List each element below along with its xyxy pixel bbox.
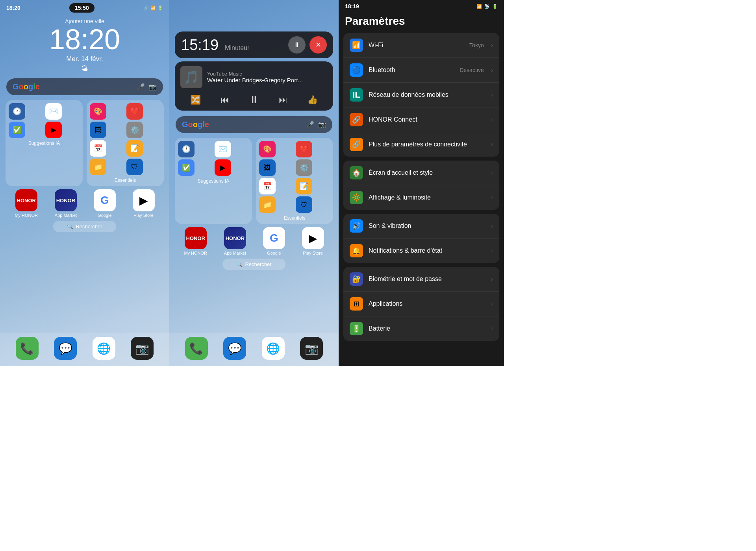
next-button[interactable]: ⏭ [279,95,287,105]
play-store-icon: ▶ [133,189,155,211]
search-pill-icon-mid: 🔍 [236,261,243,267]
middle-folder-suggestions[interactable]: 🕐 ✉️ ✅ ▶ Suggestions IA [175,138,252,224]
google-logo: Google [13,82,40,91]
wifi-icon: 🔗 [143,6,149,11]
middle-search-bar[interactable]: Google 🎤 📷 [176,116,332,133]
mid-folder2-label: Essentiels [259,215,330,221]
left-clock-area: Ajouter une ville 18:20 Mer. 14 févr. 🌤 [0,18,169,73]
my-honor-app-mid[interactable]: HONOR My HONOR [184,227,207,255]
bluetooth-icon: 🔵 [350,63,363,77]
settings-sound[interactable]: 🔊 Son & vibration › [343,214,499,239]
google-app[interactable]: G Google [94,189,116,218]
settings-applications[interactable]: ⊞ Applications › [343,292,499,316]
left-weather-icon: 🌤 [0,65,169,73]
calendar-icon-sm-mid: 📅 [259,178,276,194]
wifi-chevron: › [491,42,493,49]
clock-icon-mid: 🕐 [178,141,195,157]
mid-folder1-label: Suggestions IA [178,178,249,184]
left-search-bar[interactable]: Google 🎤 📷 [6,78,163,95]
lens-icon-mid[interactable]: 📷 [318,121,326,128]
play-store-label: Play Store [133,213,154,218]
sound-chevron: › [491,222,493,229]
google-label-mid: Google [267,251,281,255]
left-big-time: 18:20 [0,25,169,54]
shield-icon-mid: 🛡 [296,196,312,213]
display-chevron: › [491,194,493,201]
left-center-time: 15:50 [69,3,94,13]
settings-battery[interactable]: 🔋 Batterie › [343,316,499,341]
bluetooth-label: Bluetooth [369,67,454,74]
display-icon: 🔆 [350,191,363,204]
timer-close-button[interactable]: ✕ [309,36,327,54]
like-button[interactable]: 👍 [307,95,318,105]
mic-icon-mid[interactable]: 🎤 [306,121,314,128]
settings-wifi[interactable]: 📶 Wi-Fi Tokyo › [343,33,499,58]
dock-messages-mid[interactable]: 💬 [223,337,246,360]
settings-bluetooth[interactable]: 🔵 Bluetooth Désactivé › [343,58,499,83]
dock-chrome[interactable]: 🌐 [93,337,115,360]
shuffle-button[interactable]: 🔀 [190,95,201,105]
music-app-name: YouTube Music [207,71,328,77]
left-individual-apps: HONOR My HONOR HONOR App Market G Google… [6,189,163,218]
wifi-settings-icon: 📶 [350,39,363,52]
play-store-app-mid[interactable]: ▶ Play Store [302,227,324,255]
notifications-label: Notifications & barre d'état [369,247,485,254]
play-pause-button[interactable]: ⏸ [249,94,259,106]
sound-icon: 🔊 [350,219,363,233]
left-folder-suggestions[interactable]: 🕐 ✉️ ✅ ▶ Suggestions IA [6,100,83,186]
my-honor-label: My HONOR [15,213,38,218]
settings-honor-connect[interactable]: 🔗 HONOR Connect › [343,107,499,132]
my-honor-app[interactable]: HONOR My HONOR [15,189,38,218]
battery-icon: 🔋 [158,6,163,11]
settings-home-screen[interactable]: 🏠 Écran d'accueil et style › [343,161,499,185]
settings-display[interactable]: 🔆 Affichage & luminosité › [343,185,499,210]
left-status-bar: 18:20 15:50 🔗 📶 🔋 [0,0,169,14]
dock-phone-mid[interactable]: 📞 [185,337,208,360]
notes-icon-mid: 📝 [296,178,312,194]
settings-notifications[interactable]: 🔔 Notifications & barre d'état › [343,239,499,263]
left-status-icons: 🔗 📶 🔋 [143,6,163,11]
dock-messages[interactable]: 💬 [54,337,77,360]
app-market-app-mid[interactable]: HONOR App Market [224,227,246,255]
left-time: 18:20 [6,5,20,11]
sound-label: Son & vibration [369,222,485,229]
folder2-label: Essentiels [90,178,161,183]
home-screen-label: Écran d'accueil et style [369,169,485,176]
files-icon: 📁 [90,159,106,175]
timer-time: 15:19 [181,37,219,54]
dock-phone[interactable]: 📞 [16,337,39,360]
biometry-label: Biométrie et mot de passe [369,276,485,283]
settings-more-connectivity[interactable]: 🔗 Plus de paramètres de connectivité › [343,132,499,157]
dock-camera[interactable]: 📷 [131,337,154,360]
mic-icon[interactable]: 🎤 [137,83,145,91]
settings-time: 18:19 [345,3,359,9]
middle-dock: 📞 💬 🌐 📷 [169,333,339,366]
settings-wifi-icon: 📶 [476,4,482,9]
prev-button[interactable]: ⏮ [220,95,229,105]
left-dock: 📞 💬 🌐 📷 [0,333,169,366]
lens-icon[interactable]: 📷 [149,83,157,91]
middle-folder-essentials[interactable]: 🎨 ❤️ 🖼 ⚙️ 📅 📝 📁 🛡 Essentiels [256,138,333,224]
app-market-icon-mid: HONOR [224,227,246,249]
middle-status-bar [169,0,339,8]
settings-biometry[interactable]: 🔐 Biométrie et mot de passe › [343,267,499,292]
search-pill-icon: 🔍 [67,224,73,229]
timer-pause-button[interactable]: ⏸ [288,36,306,54]
display-label: Affichage & luminosité [369,194,485,201]
signal-icon: 📶 [150,6,156,11]
google-app-icon-mid: G [263,227,285,249]
google-app-mid[interactable]: G Google [263,227,285,255]
music-album-art: 🎵 [180,66,202,88]
app-market-label-mid: App Market [224,251,246,255]
battery-chevron: › [491,325,493,332]
left-folder-essentials[interactable]: 🎨 ❤️ 🖼 ⚙️ 📅 📝 📁 🛡 Essentiels [87,100,164,186]
dock-camera-mid[interactable]: 📷 [300,337,323,360]
play-store-app[interactable]: ▶ Play Store [133,189,155,218]
dock-chrome-mid[interactable]: 🌐 [262,337,285,360]
left-search-pill[interactable]: 🔍 Rechercher [53,221,116,232]
app-market-app[interactable]: HONOR App Market [55,189,77,218]
settings-mobile-data[interactable]: IL Réseau de données mobiles › [343,83,499,107]
google-app-icon: G [94,189,116,211]
middle-search-pill[interactable]: 🔍 Rechercher [222,259,285,270]
left-city: Ajouter une ville [0,18,169,24]
